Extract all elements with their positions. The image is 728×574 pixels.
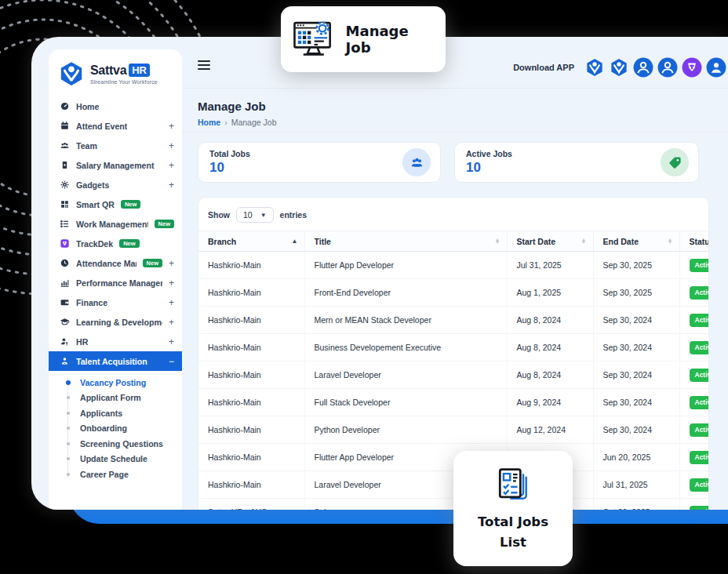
- hamburger-menu-icon[interactable]: [198, 60, 210, 70]
- table-row: Hashkrio-MainFull Stack DeveloperAug 9, …: [198, 389, 709, 416]
- new-badge: New: [155, 220, 174, 229]
- trackdek-circle-icon[interactable]: [682, 57, 702, 78]
- trackdek-icon: [60, 238, 70, 249]
- cell-end: Sep 30, 2024: [593, 307, 679, 334]
- sidebar-item-salary-management[interactable]: Salary Management+: [49, 155, 182, 175]
- column-header-start-date[interactable]: Start Date▲▼: [507, 231, 593, 252]
- status-badge: Active: [690, 396, 710, 409]
- manage-job-callout: Manage Job: [281, 6, 446, 72]
- table-row: Hashkrio-MainFlutter App DeveloperJul 31…: [198, 252, 709, 279]
- sidebar-menu: HomeAttend Event+Team+Salary Management+…: [49, 96, 182, 371]
- sidebar-subitem-applicants[interactable]: Applicants: [49, 405, 182, 421]
- cell-status: Active: [679, 307, 709, 334]
- sidebar-item-trackdek[interactable]: TrackDekNew: [49, 234, 182, 253]
- cell-title: Front-End Developer: [304, 279, 507, 307]
- sidebar-submenu: Vacancy PostingApplicant FormApplicantsO…: [49, 375, 182, 482]
- breadcrumb: Home › Manage Job: [198, 118, 728, 127]
- sidebar-subitem-applicant-form[interactable]: Applicant Form: [49, 391, 182, 406]
- person-circle-icon[interactable]: [633, 57, 653, 78]
- sidebar-item-gadgets[interactable]: Gadgets+: [49, 175, 182, 194]
- sidebar-subitem-career-page[interactable]: Career Page: [49, 467, 182, 482]
- sidebar-item-talent-acquisition[interactable]: Talent Acquisition−: [49, 351, 182, 371]
- cell-end: Jul 31, 2025: [593, 471, 679, 499]
- person-circle-icon[interactable]: [657, 57, 678, 78]
- new-badge: New: [143, 259, 162, 268]
- cell-end: Sep 30, 2024: [593, 416, 679, 444]
- column-header-branch[interactable]: Branch▲: [198, 231, 304, 252]
- sidebar-subitem-label: Career Page: [80, 470, 129, 479]
- cell-end: Sep 30, 2024: [593, 389, 679, 416]
- active-jobs-card: Active Jobs 10: [454, 142, 699, 183]
- clock-icon: [60, 258, 70, 268]
- column-header-end-date[interactable]: End Date▲▼: [593, 231, 679, 252]
- collapse-minus-icon: −: [169, 356, 174, 367]
- cell-status: Active: [679, 416, 709, 444]
- cell-start: Aug 9, 2024: [507, 389, 593, 416]
- topbar: Download APP: [182, 37, 728, 89]
- sidebar-item-label: Team: [76, 141, 97, 151]
- status-badge: Active: [690, 506, 710, 510]
- app-window: Sattva HR Streamline Your Workforce Home…: [31, 37, 728, 510]
- cell-branch: Hashkrio-Main: [198, 307, 304, 334]
- app-icon-group: [584, 57, 726, 78]
- table-row: Hashkrio-MainLaravel DeveloperAug 8, 202…: [198, 361, 709, 389]
- expand-plus-icon: +: [169, 297, 174, 308]
- cell-branch: Hashkrio-Main: [198, 361, 304, 389]
- cell-end: Sep 30, 2025: [593, 252, 679, 279]
- sidebar-item-learning-development-l-d[interactable]: Learning & Development (L&D)+: [49, 312, 182, 332]
- stat-value: 10: [209, 160, 250, 176]
- status-badge: Active: [690, 478, 710, 492]
- expand-plus-icon: +: [169, 317, 174, 328]
- expand-plus-icon: +: [169, 140, 174, 151]
- sidebar-subitem-label: Update Schedule: [80, 454, 147, 463]
- status-badge: Active: [690, 314, 710, 327]
- breadcrumb-separator: ›: [224, 118, 228, 127]
- sidebar-item-performance-management[interactable]: Performance Management+: [49, 273, 182, 292]
- cell-end: Jun 20, 2025: [593, 444, 679, 471]
- worklist-icon: [60, 219, 70, 229]
- sidebar-subitem-update-schedule[interactable]: Update Schedule: [49, 452, 182, 467]
- sidebar-item-home[interactable]: Home: [49, 96, 182, 116]
- sattva-hex-icon[interactable]: [584, 57, 605, 78]
- sidebar-subitem-label: Vacancy Posting: [80, 378, 146, 387]
- stat-value: 10: [466, 160, 512, 176]
- sattva-hex-icon[interactable]: [609, 57, 629, 78]
- cell-branch: Hashkrio-Main: [198, 416, 304, 444]
- column-header-title[interactable]: Title▲▼: [304, 231, 507, 252]
- sidebar-subitem-label: Screening Questions: [80, 439, 163, 449]
- sidebar-subitem-label: Onboarding: [80, 423, 127, 433]
- stat-label: Total Jobs: [209, 149, 250, 158]
- column-header-status[interactable]: Status: [679, 231, 709, 252]
- app-circle-icon[interactable]: [706, 57, 726, 78]
- expand-plus-icon: +: [169, 336, 174, 347]
- qr-icon: [60, 199, 70, 209]
- sidebar-item-hr[interactable]: HR+: [49, 332, 182, 351]
- sidebar-subitem-onboarding[interactable]: Onboarding: [49, 421, 182, 437]
- sidebar-item-attendance-management[interactable]: Attendance ManagementNew+: [49, 253, 182, 273]
- expand-plus-icon: +: [169, 258, 174, 269]
- sidebar-subitem-vacancy-posting[interactable]: Vacancy Posting: [49, 375, 182, 391]
- cell-branch: SattvaHR - AUS: [198, 499, 304, 510]
- sidebar-item-smart-qr[interactable]: Smart QRNew: [49, 194, 182, 214]
- logo[interactable]: Sattva HR Streamline Your Workforce: [49, 49, 182, 92]
- sidebar-item-attend-event[interactable]: Attend Event+: [49, 116, 182, 136]
- expand-plus-icon: +: [169, 121, 174, 132]
- sidebar-item-work-management[interactable]: Work ManagementNew: [49, 214, 182, 234]
- breadcrumb-home-link[interactable]: Home: [198, 118, 220, 127]
- table-row: Hashkrio-MainFront-End DeveloperAug 1, 2…: [198, 279, 709, 307]
- gear-icon: [60, 180, 70, 190]
- sidebar-item-finance[interactable]: Finance+: [49, 292, 182, 312]
- cell-status: Active: [679, 444, 709, 471]
- cell-start: Aug 8, 2024: [507, 361, 593, 389]
- breadcrumb-current: Manage Job: [231, 118, 277, 127]
- sidebar-item-label: Finance: [76, 298, 107, 307]
- wallet-icon: [60, 297, 70, 307]
- sidebar: Sattva HR Streamline Your Workforce Home…: [49, 49, 182, 510]
- entries-select[interactable]: 10 ▼: [236, 207, 274, 223]
- sidebar-item-team[interactable]: Team+: [49, 136, 182, 155]
- cell-branch: Hashkrio-Main: [198, 279, 304, 307]
- cell-branch: Hashkrio-Main: [198, 444, 304, 471]
- sidebar-subitem-screening-questions[interactable]: Screening Questions: [49, 436, 182, 452]
- new-badge: New: [121, 200, 140, 209]
- cell-status: Active: [679, 252, 709, 279]
